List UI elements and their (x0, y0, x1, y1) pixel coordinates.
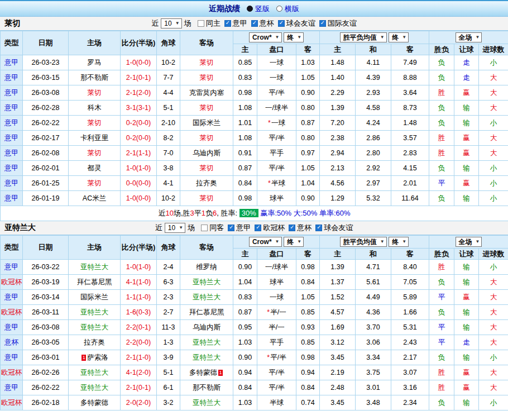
home-team-cell[interactable]: 亚特兰大 (69, 260, 121, 275)
checkbox-icon[interactable] (228, 225, 234, 231)
league-cell: 意甲 (1, 116, 23, 131)
goals-result-cell: 大 (479, 290, 508, 305)
home-team-cell[interactable]: 罗马 (69, 55, 121, 70)
away-team-cell[interactable]: 多特蒙德1 (180, 365, 233, 380)
filter-checkbox[interactable]: 意杯 (289, 223, 311, 233)
away-team-cell[interactable]: 亚特兰大 (180, 395, 233, 411)
home-team-cell[interactable]: 卡利亚里 (69, 131, 121, 146)
date-cell: 26-01-19 (23, 191, 69, 206)
games-label: 场 (184, 18, 191, 28)
checkbox-icon[interactable] (251, 20, 258, 27)
home-team-cell[interactable]: 拜仁慕尼黑 (69, 275, 121, 290)
odds-company-select[interactable]: Crow*▼ (249, 32, 282, 42)
layout-option-horizontal[interactable]: 横版 (276, 4, 299, 14)
checkbox-icon[interactable] (224, 20, 231, 27)
away-team-cell[interactable]: 莱切 (180, 70, 233, 85)
wdl-final-select[interactable]: 终▼ (389, 237, 409, 247)
layout-option-vertical[interactable]: 竖版 (247, 4, 270, 14)
match-count-select[interactable]: 10▼ (165, 223, 185, 233)
draw-odds-cell: 4.36 (356, 305, 391, 320)
away-team-cell[interactable]: 国际米兰 (180, 116, 233, 131)
date-cell: 26-02-01 (23, 161, 69, 176)
filter-checkbox[interactable]: 欧冠杯 (255, 223, 285, 233)
away-team-cell[interactable]: 那不勒斯 (180, 380, 233, 395)
filter-checkbox[interactable]: 球会友谊 (315, 223, 353, 233)
away-team-cell[interactable]: 莱切 (180, 161, 233, 176)
away-team-cell[interactable]: 亚特兰大 (180, 290, 233, 305)
home-team-cell[interactable]: 亚特兰大 (69, 305, 121, 320)
home-team-cell[interactable]: 莱切 (69, 146, 121, 161)
away-team-cell[interactable]: 拜仁慕尼黑 (180, 305, 233, 320)
away-team-cell[interactable]: 维罗纳 (180, 260, 233, 275)
filter-checkbox[interactable]: 球会友谊 (278, 18, 315, 28)
scope-select[interactable]: 全场▼ (456, 32, 482, 42)
away-team-cell[interactable]: 乌迪内斯 (180, 146, 233, 161)
away-team-cell[interactable]: 莱切 (180, 191, 233, 206)
away-team-cell[interactable]: 亚特兰大 (180, 275, 233, 290)
home-team-cell[interactable]: 莱切 (69, 85, 121, 101)
filter-checkbox[interactable]: 同客 (201, 223, 224, 233)
filter-checkbox[interactable]: 意甲 (228, 223, 251, 233)
filter-checkbox[interactable]: 意杯 (251, 18, 274, 28)
away-team-cell[interactable]: 乌迪内斯 (180, 320, 233, 335)
lose-odds-cell: 1.66 (391, 305, 429, 320)
odds-group-header: Crow*▼ 终▼ (233, 31, 320, 44)
checkbox-icon[interactable] (319, 20, 326, 27)
checkbox-icon[interactable] (278, 20, 285, 27)
away-team-cell[interactable]: 莱切 (180, 101, 233, 116)
radio-unselected-icon[interactable] (276, 6, 282, 12)
date-cell: 26-03-08 (23, 85, 69, 101)
away-team-cell[interactable]: 莱切 (180, 55, 233, 70)
home-team-cell[interactable]: 1萨索洛 (69, 350, 121, 365)
checkbox-icon[interactable] (255, 225, 261, 231)
checkbox-icon[interactable] (198, 20, 204, 27)
wdl-final-select[interactable]: 终▼ (389, 32, 409, 42)
checkbox-icon[interactable] (315, 225, 322, 231)
home-team-cell[interactable]: 莱切 (69, 176, 121, 191)
away-team-cell[interactable]: 亚特兰大 (180, 350, 233, 365)
home-team-cell[interactable]: 莱切 (69, 116, 121, 131)
odds-company-select[interactable]: Crow*▼ (249, 237, 282, 247)
away-team-cell[interactable]: 克雷莫内塞 (180, 85, 233, 101)
home-team-cell[interactable]: AC米兰 (69, 191, 121, 206)
radio-selected-icon[interactable] (247, 6, 253, 12)
handicap-result-cell: 输 (454, 395, 479, 411)
home-team-cell[interactable]: 多特蒙德 (69, 395, 121, 411)
away-team-cell[interactable]: 拉齐奥 (180, 176, 233, 191)
handicap-result-cell: 赢 (454, 176, 479, 191)
home-team-cell[interactable]: 亚特兰大 (69, 365, 121, 380)
odds-final-select[interactable]: 终▼ (284, 32, 304, 42)
atalanta-results-table: 类型 日期 主场 比分(半场) 角球 客场 Crow*▼ 终▼ 胜平负均值▼ 终… (0, 235, 508, 411)
home-team-cell[interactable]: 那不勒斯 (69, 70, 121, 85)
draw-odds-cell: 2.86 (356, 131, 391, 146)
away-team-cell[interactable]: 莱切 (180, 131, 233, 146)
lose-odds-cell: 2.34 (391, 395, 429, 411)
result-row: 意甲 26-02-28 科木 3-1(3-1) 5-1 莱切 1.08 一/球半… (1, 101, 508, 116)
scope-select[interactable]: 全场▼ (456, 237, 482, 247)
league-cell: 意甲 (1, 161, 23, 176)
result-row: 意甲 26-03-15 那不勒斯 2-1(0-1) 7-7 莱切 0.83 一球… (1, 70, 508, 85)
match-count-select[interactable]: 10▼ (161, 18, 181, 28)
home-team-cell[interactable]: 亚特兰大 (69, 320, 121, 335)
date-cell: 26-03-22 (23, 260, 69, 275)
lose-odds-cell: 3.57 (391, 131, 429, 146)
home-team-cell[interactable]: 亚特兰大 (69, 380, 121, 395)
home-team-cell[interactable]: 拉齐奥 (69, 335, 121, 350)
odds-final-select[interactable]: 终▼ (284, 237, 304, 247)
win-odds-cell: 1.37 (320, 275, 356, 290)
checkbox-icon[interactable] (289, 225, 295, 231)
wdl-average-select[interactable]: 胜平负均值▼ (340, 32, 387, 42)
home-team-cell[interactable]: 国际米兰 (69, 290, 121, 305)
home-team-cell[interactable]: 都灵 (69, 161, 121, 176)
date-cell: 26-02-18 (23, 395, 69, 411)
filter-checkbox[interactable]: 意甲 (224, 18, 247, 28)
away-team-cell[interactable]: 亚特兰大 (180, 335, 233, 350)
filter-checkbox[interactable]: 国际友谊 (319, 18, 357, 28)
atalanta-results-tbody: 意甲 26-03-22 亚特兰大 1-0(1-0) 2-4 维罗纳 0.90 一… (1, 260, 508, 411)
filter-checkbox[interactable]: 同主 (198, 18, 221, 28)
checkbox-icon[interactable] (201, 225, 208, 231)
lecce-filter-bar: 莱切 近 10▼ 场 同主意甲意杯球会友谊国际友谊 (0, 17, 508, 31)
wdl-average-select[interactable]: 胜平负均值▼ (340, 237, 387, 247)
handicap-result-cell: 赢 (454, 290, 479, 305)
home-team-cell[interactable]: 科木 (69, 101, 121, 116)
